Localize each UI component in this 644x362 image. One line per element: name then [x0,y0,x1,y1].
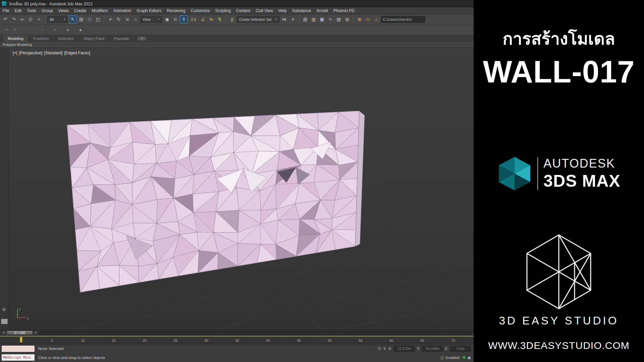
ribbon-options-icon[interactable]: ▾ [137,37,147,41]
paint-size-dot-icon[interactable]: ● [51,26,59,34]
select-scale-icon[interactable]: ⇲ [123,15,131,23]
layer-explorer-icon[interactable]: ▥ [310,15,318,23]
keyboard-override-icon[interactable]: ⇧ [180,15,188,23]
select-rotate-icon[interactable]: ↻ [115,15,123,23]
absolute-mode-icon[interactable]: ✛ [383,346,386,351]
z-coord-field[interactable]: 0.0m [450,346,471,352]
ribbon-panel-title[interactable]: Polygon Modeling [0,42,474,48]
tab-freeform[interactable]: Freeform [29,35,54,42]
menu-item[interactable]: Help [276,7,289,14]
menu-item[interactable]: Edit [12,7,24,14]
enabled-label: Enabled: [446,356,460,360]
select-manipulate-icon[interactable]: ⊙ [171,15,179,23]
viewport-style-menu[interactable]: [Standard] [44,51,62,55]
cut-tool-icon[interactable]: ✂ [3,26,11,34]
named-selection-sets-icon[interactable]: {} [228,15,236,23]
paint-size-dot-icon[interactable]: ● [77,26,84,34]
ribbon-toggle-icon[interactable]: ▦ [318,15,326,23]
spinner-snap-icon[interactable]: ⇅ [216,15,224,23]
time-slider-track[interactable] [40,331,472,335]
studio-logo [526,234,592,311]
material-editor-icon[interactable]: ◍ [343,15,351,23]
select-move-icon[interactable]: ✛ [106,15,114,23]
window-crossing-icon[interactable]: ◰ [94,15,102,23]
transform-tool-icon[interactable]: ✛ [11,26,18,34]
menu-item[interactable]: Rendering [164,7,188,14]
track-tick-label: 60 [376,339,407,343]
snaps-toggle-icon[interactable]: 2.5 [189,15,199,23]
align-icon[interactable]: ≡ [289,15,297,23]
time-slider[interactable]: 0 / 100 [7,330,33,335]
menu-item[interactable]: Civil View [253,7,276,14]
select-place-icon[interactable]: ⌂ [131,15,140,23]
viewport-pov-menu[interactable]: [Perspective] [19,51,42,55]
select-and-link-icon[interactable]: ∞ [18,15,26,23]
status-circle-icon[interactable]: ◉ [468,355,471,360]
tab-selection[interactable]: Selection [53,35,78,42]
viewport-general-menu[interactable]: [+] [13,51,17,55]
tab-populate[interactable]: Populate [109,35,133,42]
tab-modeling[interactable]: Modeling [3,35,29,42]
menu-item[interactable]: Tools [24,7,39,14]
maxscript-mini-input[interactable] [1,345,35,352]
menu-item[interactable]: Scripting [212,7,233,14]
coord-system-dropdown[interactable]: View ▼ [140,16,162,23]
project-path-field[interactable]: C:\Users\User\Do [381,16,425,23]
previous-frame-button[interactable]: ◄ [1,330,6,335]
track-bar[interactable]: 510152025303540455055606570 [0,335,474,344]
paint-size-dot-icon[interactable]: ● [26,26,33,34]
current-frame-marker[interactable] [20,337,22,343]
viewport-shading-menu[interactable]: [Edged Faces] [64,51,90,55]
menu-item[interactable]: Create [71,7,89,14]
undo-icon[interactable]: ↶ [1,15,9,23]
x-coord-field[interactable]: 21.572m [394,346,415,352]
selection-filter-dropdown[interactable]: All ▼ [47,16,68,23]
track-tick-label: 45 [283,339,314,343]
menu-item[interactable]: Animation [111,7,134,14]
render-production-icon[interactable]: ♨ [372,15,380,23]
menu-item[interactable]: Group [39,7,55,14]
scene-explorer-icon[interactable]: ▤ [301,15,309,23]
rendered-frame-icon[interactable]: ▭ [364,15,372,23]
animation-status: ◷ Enabled: ◉ [440,355,471,360]
maxscript-mini-label-field[interactable] [1,354,35,361]
viewport-canvas[interactable] [9,48,474,329]
menu-item[interactable]: Substance [289,7,314,14]
menu-item[interactable]: Phoenix FD [331,7,357,14]
menu-item[interactable]: Views [55,7,71,14]
rectangular-selection-icon[interactable]: ◻ [86,15,94,23]
y-coord-field[interactable]: 24.109m [422,346,443,352]
next-frame-button[interactable]: ► [34,330,38,335]
title-bar: 3เหลี่ยม 3D poly.max - Autodesk 3ds Max … [0,0,474,7]
tab-object-paint[interactable]: Object Paint [79,35,109,42]
percent-snap-icon[interactable]: % [207,15,215,23]
selection-filter-value: All [50,17,54,21]
select-object-icon[interactable]: ↖ [69,15,77,23]
mirror-icon[interactable]: ⋈ [280,15,288,23]
angle-snap-icon[interactable]: ∠ [199,15,207,23]
unlink-selection-icon[interactable]: ∅ [26,15,35,23]
selection-lock-icon[interactable]: ⊡ [378,346,381,351]
menu-item[interactable]: Modifiers [89,7,111,14]
bind-to-spacewarp-icon[interactable]: ≈ [35,15,43,23]
paint-size-dot-icon[interactable]: ● [39,26,46,34]
time-config-icon[interactable]: ◷ [440,355,444,360]
menu-item[interactable]: Content [233,7,253,14]
viewport-layout-tab[interactable] [1,319,8,324]
paint-size-dot-icon[interactable]: ● [64,26,71,34]
schematic-view-icon[interactable]: ▧ [335,15,343,23]
redo-icon[interactable]: ↷ [10,15,18,23]
curve-editor-icon[interactable]: ∿ [326,15,334,23]
select-by-name-icon[interactable]: ▤ [77,15,85,23]
use-pivot-center-icon[interactable]: ◉ [163,15,171,23]
app-root: 3เหลี่ยม 3D poly.max - Autodesk 3ds Max … [0,0,644,362]
viewport[interactable]: [+][Perspective][Standard][Edged Faces] … [9,48,474,329]
toolbar-separator [353,16,354,23]
render-setup-icon[interactable]: ⊞ [356,15,364,23]
viewport-layout-expand-icon[interactable]: ▸ [1,307,7,312]
menu-item[interactable]: Graph Editors [134,7,164,14]
menu-item[interactable]: File [0,7,12,14]
selection-set-dropdown[interactable]: Create Selection Set ▼ [237,16,280,23]
menu-item[interactable]: Arnold [314,7,331,14]
menu-item[interactable]: Customize [188,7,213,14]
